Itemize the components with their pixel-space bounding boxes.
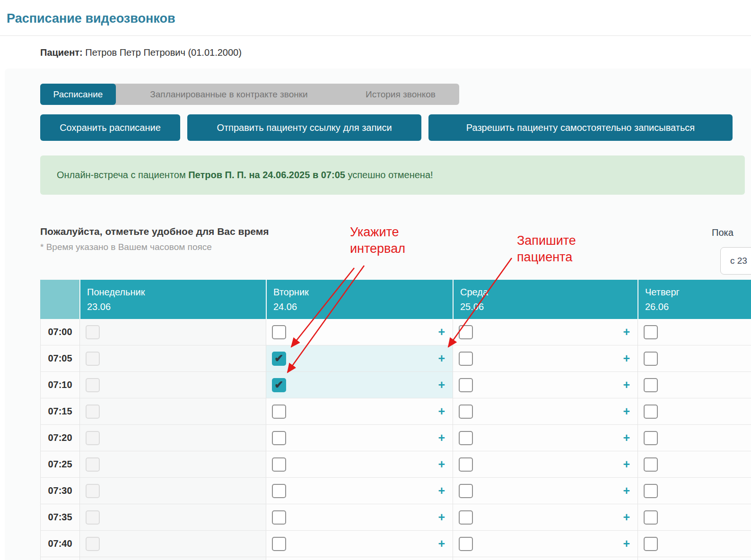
add-booking-plus[interactable]: + — [438, 326, 445, 338]
time-label: 07:40 — [40, 531, 79, 557]
add-booking-plus[interactable]: + — [438, 432, 445, 444]
slot-checkbox — [86, 405, 100, 419]
table-corner-cell — [40, 280, 79, 319]
add-booking-plus[interactable]: + — [438, 511, 445, 523]
slot-checkbox — [86, 510, 100, 525]
tab-schedule[interactable]: Расписание — [40, 84, 116, 105]
day-header: Среда25.06 — [453, 280, 637, 319]
slot-cell: + — [453, 398, 637, 425]
tab-call-history[interactable]: История звонков — [342, 84, 459, 105]
table-row: +++ — [40, 557, 751, 560]
add-booking-plus[interactable]: + — [623, 405, 630, 417]
add-booking-plus[interactable]: + — [438, 485, 445, 497]
add-booking-plus[interactable]: + — [623, 326, 630, 338]
tab-bar: Расписание Запланированные в контракте з… — [40, 84, 459, 105]
slot-cell: ✔+ — [266, 372, 453, 398]
slot-checkbox[interactable] — [644, 352, 658, 366]
slot-checkbox[interactable] — [644, 510, 658, 525]
table-header-row: Понедельник23.06Вторник24.06Среда25.06Че… — [40, 280, 751, 319]
slot-checkbox[interactable] — [272, 537, 286, 551]
divider — [0, 35, 751, 36]
slot-cell: + — [266, 451, 453, 478]
add-booking-plus[interactable]: + — [438, 538, 445, 550]
add-booking-plus[interactable]: + — [623, 511, 630, 523]
slot-cell: + — [266, 478, 453, 504]
slot-checkbox[interactable] — [644, 431, 658, 445]
slot-cell: + — [453, 345, 637, 372]
table-row: 07:10✔+++ — [40, 372, 751, 398]
add-booking-plus[interactable]: + — [438, 405, 445, 417]
slot-cell: + — [453, 504, 637, 531]
send-link-button[interactable]: Отправить пациенту ссылку для записи — [187, 114, 421, 141]
slot-checkbox[interactable] — [644, 457, 658, 472]
schedule-table: Понедельник23.06Вторник24.06Среда25.06Че… — [40, 280, 751, 560]
time-label: 07:15 — [40, 398, 79, 425]
slot-checkbox[interactable] — [272, 510, 286, 525]
slot-checkbox[interactable] — [459, 431, 473, 445]
slot-cell: + — [637, 557, 751, 560]
time-label — [40, 557, 79, 560]
save-schedule-button[interactable]: Сохранить расписание — [40, 114, 180, 141]
slot-checkbox — [86, 325, 100, 339]
slot-cell: + — [266, 557, 453, 560]
table-row: 07:25+++ — [40, 451, 751, 478]
add-booking-plus[interactable]: + — [623, 485, 630, 497]
day-header: Четверг26.06 — [637, 280, 751, 319]
time-label: 07:00 — [40, 319, 79, 345]
slot-checkbox[interactable] — [459, 484, 473, 498]
add-booking-plus[interactable]: + — [623, 458, 630, 470]
alert-text-bold: Петров П. П. на 24.06.2025 в 07:05 — [188, 170, 345, 181]
slot-cell: + — [637, 451, 751, 478]
add-booking-plus[interactable]: + — [623, 379, 630, 391]
patient-line: Пациент: Петров Петр Петрович (01.01.200… — [40, 47, 242, 58]
slot-checkbox[interactable] — [459, 510, 473, 525]
slot-checkbox[interactable] — [644, 405, 658, 419]
slot-checkbox[interactable] — [459, 537, 473, 551]
slot-cell: + — [637, 372, 751, 398]
patient-label: Пациент: — [40, 47, 83, 58]
slot-checkbox[interactable] — [644, 378, 658, 392]
slot-checkbox[interactable] — [644, 537, 658, 551]
slot-checkbox[interactable] — [272, 457, 286, 472]
add-booking-plus[interactable]: + — [623, 353, 630, 364]
slot-checkbox[interactable] — [459, 378, 473, 392]
add-booking-plus[interactable]: + — [623, 538, 630, 550]
slot-checkbox[interactable]: ✔ — [272, 378, 286, 392]
slot-cell: + — [453, 451, 637, 478]
annotation-interval-line1: Укажите — [350, 224, 405, 241]
slot-checkbox[interactable] — [459, 352, 473, 366]
week-select[interactable]: с 23 — [720, 247, 751, 275]
slot-cell: + — [637, 504, 751, 531]
annotation-enroll: Запишите пациента — [517, 233, 576, 266]
page-title: Расписание видеозвонков — [7, 11, 175, 26]
select-time-prompt: Пожалуйста, отметьте удобное для Вас вре… — [40, 226, 269, 237]
day-date: 24.06 — [273, 300, 453, 314]
table-row: 07:05✔+++ — [40, 345, 751, 372]
add-booking-plus[interactable]: + — [438, 458, 445, 470]
day-name: Среда — [460, 285, 637, 300]
day-name: Понедельник — [87, 285, 266, 300]
slot-checkbox[interactable] — [459, 325, 473, 339]
tab-contract-calls[interactable]: Запланированные в контракте звонки — [116, 84, 342, 105]
week-filter-label: Пока — [712, 227, 734, 238]
annotation-interval-line2: интервал — [350, 241, 405, 257]
allow-self-booking-button[interactable]: Разрешить пациенту самостоятельно записы… — [428, 114, 733, 141]
slot-checkbox[interactable] — [644, 484, 658, 498]
alert-text-suffix: успешно отменена! — [345, 170, 433, 181]
annotation-enroll-line2: пациента — [517, 249, 576, 266]
slot-checkbox[interactable] — [272, 405, 286, 419]
slot-checkbox[interactable] — [644, 325, 658, 339]
slot-checkbox — [86, 457, 100, 472]
slot-checkbox[interactable] — [272, 325, 286, 339]
slot-checkbox[interactable]: ✔ — [272, 352, 286, 366]
slot-checkbox[interactable] — [459, 405, 473, 419]
add-booking-plus[interactable]: + — [623, 432, 630, 444]
slot-checkbox[interactable] — [272, 484, 286, 498]
alert-text-prefix: Онлайн-встреча с пациентом — [57, 170, 188, 181]
time-label: 07:10 — [40, 372, 79, 398]
slot-checkbox[interactable] — [272, 431, 286, 445]
slot-cell: + — [453, 425, 637, 451]
slot-checkbox[interactable] — [459, 457, 473, 472]
add-booking-plus[interactable]: + — [438, 379, 445, 391]
add-booking-plus[interactable]: + — [438, 353, 445, 364]
